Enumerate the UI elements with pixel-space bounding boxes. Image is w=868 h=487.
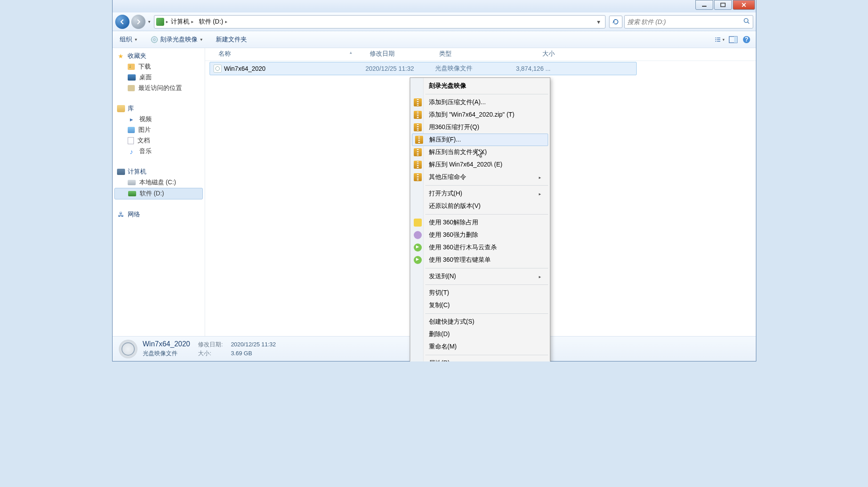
- details-size-value: 3.69 GB: [231, 350, 276, 357]
- close-button[interactable]: [733, 0, 755, 10]
- 360-icon: [414, 256, 422, 264]
- mouse-cursor-icon: [476, 149, 484, 158]
- svg-rect-12: [734, 37, 737, 43]
- ctx-360-scan[interactable]: 使用 360进行木马云查杀: [411, 241, 549, 254]
- forward-button[interactable]: [131, 15, 145, 29]
- 360-icon: [414, 231, 422, 239]
- archive-icon: [414, 123, 422, 131]
- sidebar-item-videos[interactable]: 视频: [113, 114, 205, 125]
- sidebar-item-recent[interactable]: 最近访问的位置: [113, 83, 205, 93]
- sidebar-item-desktop[interactable]: 桌面: [113, 72, 205, 83]
- ctx-shortcut[interactable]: 创建快捷方式(S): [411, 316, 549, 328]
- archive-icon: [414, 98, 422, 106]
- svg-rect-5: [715, 37, 716, 38]
- ctx-burn-image[interactable]: 刻录光盘映像: [411, 80, 549, 92]
- file-size: 3,874,126 ...: [506, 65, 551, 72]
- ctx-360-unlock[interactable]: 使用 360解除占用: [411, 216, 549, 229]
- sidebar-network-head[interactable]: 网络: [113, 209, 205, 220]
- sidebar-item-drive-d[interactable]: 软件 (D:): [114, 188, 203, 199]
- burn-image-button[interactable]: 刻录光盘映像▾: [148, 34, 205, 45]
- ctx-open-with[interactable]: 打开方式(H)▸: [411, 187, 549, 200]
- ctx-rename[interactable]: 重命名(M): [411, 341, 549, 353]
- breadcrumb-computer[interactable]: 计算机 ▸: [168, 18, 196, 26]
- toolbar: 组织▾ 刻录光盘映像▾ 新建文件夹 ▾ ?: [113, 31, 756, 48]
- sidebar-computer-head[interactable]: 计算机: [113, 166, 205, 177]
- ctx-send-to[interactable]: 发送到(N)▸: [411, 270, 549, 283]
- address-bar[interactable]: ▸ 计算机 ▸ 软件 (D:) ▸ ▾: [154, 15, 606, 28]
- search-box[interactable]: [624, 15, 753, 28]
- desktop-icon: [128, 74, 136, 81]
- svg-rect-9: [715, 41, 716, 42]
- svg-rect-10: [717, 41, 720, 42]
- ctx-separator: [425, 268, 548, 268]
- organize-button[interactable]: 组织▾: [117, 34, 140, 45]
- 360-icon: [414, 219, 422, 227]
- archive-icon: [414, 173, 422, 181]
- ctx-open-360zip[interactable]: 用360压缩打开(Q): [411, 121, 549, 134]
- breadcrumb-drive[interactable]: 软件 (D:) ▸: [196, 18, 230, 26]
- details-file-name: Win7x64_2020: [143, 340, 190, 348]
- ctx-properties[interactable]: 属性(R): [411, 357, 549, 361]
- music-icon: [128, 147, 136, 155]
- refresh-button[interactable]: [609, 16, 622, 28]
- preview-pane-button[interactable]: [728, 35, 738, 45]
- search-input[interactable]: [627, 18, 750, 25]
- ctx-360-force[interactable]: 使用 360强力删除: [411, 229, 549, 241]
- recent-icon: [128, 85, 135, 91]
- drive-d-icon: [128, 191, 136, 196]
- ctx-extract-named[interactable]: 解压到 Win7x64_2020\ (E): [411, 158, 549, 171]
- column-date[interactable]: 修改日期: [370, 50, 439, 58]
- sidebar-item-pictures[interactable]: 图片: [113, 125, 205, 135]
- ctx-copy[interactable]: 复制(C): [411, 299, 549, 312]
- details-file-icon: [119, 340, 137, 358]
- minimize-button[interactable]: [695, 0, 713, 10]
- file-row[interactable]: Win7x64_2020 2020/12/25 11:32 光盘映像文件 3,8…: [210, 62, 637, 75]
- address-dropdown-icon[interactable]: ▾: [594, 18, 603, 25]
- ctx-separator: [425, 94, 548, 94]
- column-headers: 名称 ▴ 修改日期 类型 大小: [205, 48, 756, 61]
- ctx-360-menu[interactable]: 使用 360管理右键菜单: [411, 254, 549, 266]
- column-name[interactable]: 名称 ▴: [218, 50, 370, 58]
- history-dropdown-icon[interactable]: ▾: [148, 19, 150, 24]
- maximize-button[interactable]: [714, 0, 732, 10]
- archive-icon: [414, 161, 422, 169]
- new-folder-button[interactable]: 新建文件夹: [213, 34, 250, 45]
- details-size-label: 大小:: [198, 349, 223, 357]
- document-icon: [128, 137, 134, 144]
- ctx-add-archive[interactable]: 添加到压缩文件(A)...: [411, 96, 549, 109]
- ctx-cut[interactable]: 剪切(T): [411, 287, 549, 299]
- column-type[interactable]: 类型: [439, 50, 510, 58]
- svg-rect-6: [717, 37, 720, 38]
- svg-point-2: [744, 19, 748, 23]
- sidebar-favorites-head[interactable]: 收藏夹: [113, 51, 205, 61]
- archive-icon: [414, 111, 422, 119]
- svg-rect-7: [715, 39, 716, 40]
- network-icon: [117, 211, 125, 219]
- ctx-restore-prev[interactable]: 还原以前的版本(V): [411, 200, 549, 212]
- ctx-separator: [425, 214, 548, 215]
- svg-rect-0: [702, 6, 707, 7]
- sidebar-item-drive-c[interactable]: 本地磁盘 (C:): [113, 177, 205, 188]
- view-options-button[interactable]: ▾: [715, 35, 725, 45]
- sidebar-libraries-head[interactable]: 库: [113, 103, 205, 114]
- iso-file-icon: [214, 65, 222, 73]
- help-button[interactable]: ?: [742, 35, 751, 45]
- ctx-other-zip[interactable]: 其他压缩命令▸: [411, 171, 549, 183]
- ctx-extract-to[interactable]: 解压到(F)...: [412, 134, 548, 146]
- file-list-area[interactable]: 名称 ▴ 修改日期 类型 大小 Win7x64_2020 2020/12/25 …: [205, 48, 756, 336]
- ctx-separator: [425, 284, 548, 285]
- sidebar-item-downloads[interactable]: 下载: [113, 61, 205, 72]
- column-size[interactable]: 大小: [510, 50, 555, 58]
- details-file-type: 光盘映像文件: [143, 349, 190, 357]
- sidebar-item-documents[interactable]: 文档: [113, 135, 205, 146]
- back-button[interactable]: [115, 15, 129, 29]
- ctx-delete[interactable]: 删除(D): [411, 328, 549, 341]
- svg-rect-1: [721, 3, 725, 7]
- search-icon[interactable]: [743, 17, 750, 26]
- disc-icon: [150, 36, 158, 44]
- archive-icon: [415, 136, 423, 144]
- explorer-body: 收藏夹 下载 桌面 最近访问的位置 库 视频 图片 文档 音乐 计算机 本地磁盘…: [113, 48, 756, 336]
- sidebar-item-music[interactable]: 音乐: [113, 146, 205, 157]
- ctx-separator: [425, 355, 548, 355]
- ctx-add-zip[interactable]: 添加到 "Win7x64_2020.zip" (T): [411, 109, 549, 121]
